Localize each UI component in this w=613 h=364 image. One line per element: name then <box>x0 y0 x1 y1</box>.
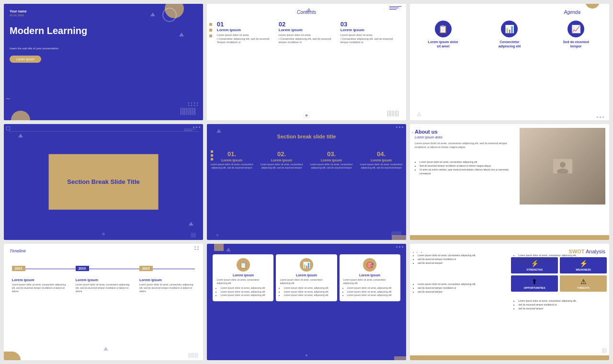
card2-bullets: Lorem ipsum dolor sit amet, adipiscing e… <box>280 286 333 297</box>
card1-bullet3: Lorem ipsum dolor sit amet, adipiscing e… <box>220 294 270 297</box>
swot-tan-bar <box>410 355 609 360</box>
deco-sq-tl <box>6 126 10 130</box>
section-detail-title: Section break slide title <box>277 134 336 139</box>
deco-ring <box>162 8 177 22</box>
deco-tri-top <box>306 8 311 11</box>
tl3-head: Lorem ipsum <box>139 278 197 282</box>
deco-tri-2 <box>179 33 184 36</box>
tl3-body: Lorem ipsum dolor sit amet, consectetur … <box>139 283 197 293</box>
section-item-3: 03. Lorem ipsum Lorem ipsum dolor sit am… <box>309 150 353 170</box>
rb-b1: Lorem ipsum dolor sit amet, consectetur … <box>518 299 608 303</box>
timeline-col1: 20XX Lorem ipsum Lorem ipsum dolor sit a… <box>12 263 70 293</box>
cta-button[interactable]: Lorem ipsum <box>10 56 41 63</box>
deco-tan-br <box>394 356 406 360</box>
year3-badge: 20XX <box>139 266 153 271</box>
threats-label: THREATS <box>562 286 604 289</box>
col1-head: Lorem ipsum <box>217 28 272 32</box>
col3-head: Lorem ipsum <box>341 28 396 32</box>
slide-subtitle: Insert the sub title of your presentatio… <box>10 47 58 50</box>
deco-tri-br <box>189 222 193 226</box>
deco-dots-tr <box>396 126 404 128</box>
deco-tan-tl <box>214 244 224 251</box>
tan-bottom-bar <box>410 235 609 240</box>
slide-4-section-break: Section Break Slide Title |||| <box>4 124 203 240</box>
card-2: 📊 Lorem ipsum Lorem ipsum dolor sit amet… <box>276 254 337 301</box>
lb-b1: Lorem ipsum dolor sit amet, consectetur … <box>418 282 502 286</box>
lb-t3: sed do eiusmod tempor <box>418 261 502 265</box>
col1-body: Lorem ipsum dolor sit amet,• Consectetur… <box>217 34 272 45</box>
slide-1-title: Your name XX.XX. 20XX Modern Learning In… <box>4 4 203 120</box>
deco-circle-bl <box>216 234 218 236</box>
deco-lines-bottom: |||||||| <box>387 110 399 116</box>
tl1-body: Lorem ipsum dolor sit amet, consectetur … <box>12 283 70 293</box>
card1-icon: 📋 <box>237 258 250 272</box>
deco-tan-top <box>585 4 600 9</box>
section-item-2: 02. Lorem ipsum Lorem ipsum dolor sit am… <box>260 150 304 170</box>
slide-2-contents: Contents 01 Lorem ipsum Lorem ipsum dolo… <box>207 4 406 120</box>
deco-sq3 <box>209 34 212 37</box>
deco-circle-bottom <box>102 233 105 235</box>
lb-t1: Lorem ipsum dolor sit amet, consectetur … <box>418 253 502 257</box>
deco-tri-bl: △ <box>417 111 421 116</box>
item4-head: Lorem ipsum <box>359 159 403 162</box>
deco-lines-tr <box>184 129 196 131</box>
timeline-col2: 20XX Lorem ipsum Lorem ipsum dolor sit a… <box>76 263 134 293</box>
about-subtitle: Lorem ipsum dolor <box>415 136 443 139</box>
slide-main-title: Modern Learning <box>10 25 87 36</box>
col3-body: Lorem ipsum dolor sit amet,• Consectetur… <box>341 34 396 45</box>
tl2-head: Lorem ipsum <box>76 278 134 282</box>
presenter-date: XX.XX. 20XX <box>10 14 24 17</box>
deco-lines-br: |||||||| <box>188 353 198 358</box>
rb-b3: sed do eiusmod tempor <box>518 307 608 310</box>
swot-threats: ⚠ THREATS <box>560 275 607 292</box>
deco-circle-bottom <box>306 114 307 116</box>
deco-dots <box>188 102 198 106</box>
about-body: Lorem ipsum dolor sit amet, consectetur … <box>415 141 513 149</box>
card2-body: Lorem ipsum dolor sit amet, consectetur … <box>280 278 333 285</box>
section-break-box: Section Break Slide Title <box>49 154 159 210</box>
about-bullet-3: Ut enim ad minim veniam, quis nostrud ex… <box>420 168 513 175</box>
agenda-label-3: Sed do eiusmodtempor <box>546 40 606 48</box>
left-bullets-bottom: Lorem ipsum dolor sit amet, consectetur … <box>413 282 502 294</box>
deco-tan-squares <box>211 150 213 160</box>
section-items-row: 01. Lorem ipsum Lorem ipsum dolor sit am… <box>207 150 406 170</box>
agenda-icons-row: 📋 Lorem ipsum dolorsit amet 📊 Consectetu… <box>410 21 609 48</box>
deco-lines-br: |||| <box>602 348 607 353</box>
card1-body: Lorem ipsum dolor sit amet, consectetur … <box>216 278 270 285</box>
item4-body: Lorem ipsum dolor sit amet, consectetur … <box>359 163 403 170</box>
card2-bullet1: Lorem ipsum dolor sit amet, adipiscing e… <box>284 286 333 290</box>
item1-head: Lorem ipsum <box>210 159 254 162</box>
slide-8-cards: 📋 Lorem ipsum Lorem ipsum dolor sit amet… <box>207 244 406 360</box>
deco-tri-tl <box>18 134 23 137</box>
deco-sq1 <box>209 23 212 26</box>
deco-dots-tl <box>412 126 421 135</box>
col2-body: Lorem ipsum dolor sit amet,• Consectetur… <box>279 34 334 45</box>
col1-num: 01 <box>217 21 272 28</box>
col2-num: 02 <box>279 21 334 28</box>
timeline-title: Timeline <box>10 249 26 253</box>
section-item-4: 04. Lorem ipsum Lorem ipsum dolor sit am… <box>359 150 403 170</box>
deco-tri <box>216 129 221 133</box>
agenda-icon-1: 📋 <box>435 21 452 37</box>
agenda-item-3: 📈 Sed do eiusmodtempor <box>546 21 606 48</box>
right-bullets-bottom: Lorem ipsum dolor sit amet, consectetur … <box>513 299 608 310</box>
left-bullets-top: Lorem ipsum dolor sit amet, consectetur … <box>413 253 502 265</box>
agenda-label-1: Lorem ipsum dolorsit amet <box>413 40 473 48</box>
card3-bullet1: Lorem ipsum dolor sit amet, adipiscing e… <box>347 286 397 290</box>
year2-badge: 20XX <box>76 266 89 271</box>
col3-num: 03 <box>341 21 396 28</box>
deco-lines-v: |||||||| <box>180 107 196 115</box>
item1-body: Lorem ipsum dolor sit amet, consectetur … <box>210 163 254 170</box>
contents-col2: 02 Lorem ipsum Lorem ipsum dolor sit ame… <box>279 21 334 45</box>
card-1: 📋 Lorem ipsum Lorem ipsum dolor sit amet… <box>213 254 273 301</box>
contents-col3: 03 Lorem ipsum Lorem ipsum dolor sit ame… <box>341 21 396 45</box>
card1-bullets: Lorem ipsum dolor sit amet, adipiscing e… <box>216 286 270 297</box>
item1-num: 01. <box>210 150 254 158</box>
deco-dots-tr <box>396 246 404 248</box>
slide-grid: Your name XX.XX. 20XX Modern Learning In… <box>0 0 613 364</box>
lb-b2: sed do eiusmod tempor incididunt ut <box>418 286 502 290</box>
deco-half-circle <box>11 111 30 120</box>
card2-icon: 📊 <box>300 258 313 272</box>
item2-body: Lorem ipsum dolor sit amet, consectetur … <box>260 163 304 170</box>
rb-t2: sed do eiusmod tempor incididunt ut <box>518 257 608 261</box>
